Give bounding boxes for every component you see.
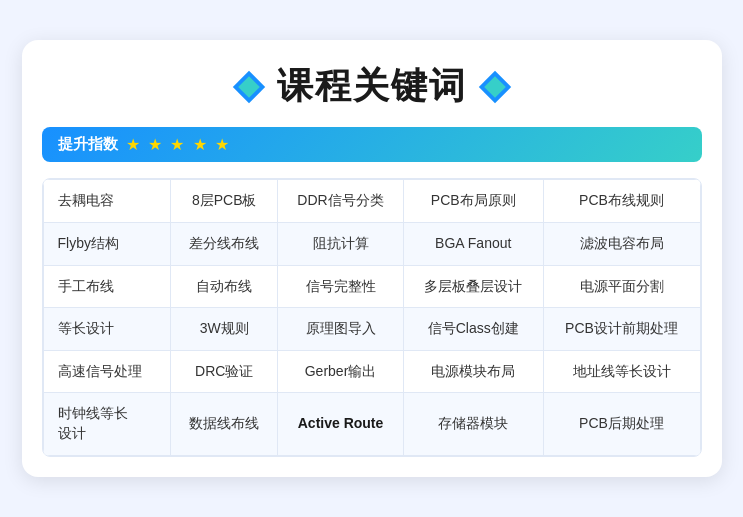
table-cell: BGA Fanout — [403, 223, 543, 266]
table: 去耦电容8层PCB板DDR信号分类PCB布局原则PCB布线规则Flyby结构差分… — [43, 179, 701, 455]
table-cell: 滤波电容布局 — [543, 223, 700, 266]
table-cell: 差分线布线 — [171, 223, 278, 266]
table-cell: 时钟线等长 设计 — [43, 393, 171, 455]
table-cell: 高速信号处理 — [43, 350, 171, 393]
table-cell: PCB后期处理 — [543, 393, 700, 455]
rating-label: 提升指数 — [58, 135, 118, 154]
table-cell: 自动布线 — [171, 265, 278, 308]
table-row: Flyby结构差分线布线阻抗计算BGA Fanout滤波电容布局 — [43, 223, 700, 266]
table-row: 去耦电容8层PCB板DDR信号分类PCB布局原则PCB布线规则 — [43, 180, 700, 223]
table-cell: Gerber输出 — [278, 350, 404, 393]
table-cell: 电源平面分割 — [543, 265, 700, 308]
table-cell: 信号Class创建 — [403, 308, 543, 351]
header: 课程关键词 — [22, 40, 722, 127]
table-row: 等长设计3W规则原理图导入信号Class创建PCB设计前期处理 — [43, 308, 700, 351]
table-row: 时钟线等长 设计数据线布线Active Route存储器模块PCB后期处理 — [43, 393, 700, 455]
table-cell: 多层板叠层设计 — [403, 265, 543, 308]
right-diamond-icon — [477, 69, 513, 105]
table-row: 高速信号处理DRC验证Gerber输出电源模块布局地址线等长设计 — [43, 350, 700, 393]
table-cell: PCB设计前期处理 — [543, 308, 700, 351]
table-cell: 等长设计 — [43, 308, 171, 351]
table-cell: 数据线布线 — [171, 393, 278, 455]
table-cell: 地址线等长设计 — [543, 350, 700, 393]
left-diamond-icon — [231, 69, 267, 105]
keywords-table: 去耦电容8层PCB板DDR信号分类PCB布局原则PCB布线规则Flyby结构差分… — [42, 178, 702, 456]
rating-stars: ★ ★ ★ ★ ★ — [126, 135, 232, 154]
main-card: 课程关键词 提升指数 ★ ★ ★ ★ ★ 去耦电容8层PCB板DDR信号分类PC… — [22, 40, 722, 476]
table-cell: PCB布局原则 — [403, 180, 543, 223]
table-cell: 去耦电容 — [43, 180, 171, 223]
table-cell: DDR信号分类 — [278, 180, 404, 223]
table-cell: 原理图导入 — [278, 308, 404, 351]
table-cell: 阻抗计算 — [278, 223, 404, 266]
table-cell: 电源模块布局 — [403, 350, 543, 393]
table-cell: 存储器模块 — [403, 393, 543, 455]
table-cell: PCB布线规则 — [543, 180, 700, 223]
table-cell: 信号完整性 — [278, 265, 404, 308]
table-cell: Active Route — [278, 393, 404, 455]
table-cell: 3W规则 — [171, 308, 278, 351]
table-cell: Flyby结构 — [43, 223, 171, 266]
table-row: 手工布线自动布线信号完整性多层板叠层设计电源平面分割 — [43, 265, 700, 308]
table-cell: 8层PCB板 — [171, 180, 278, 223]
rating-bar: 提升指数 ★ ★ ★ ★ ★ — [42, 127, 702, 162]
page-title: 课程关键词 — [277, 62, 467, 111]
table-cell: 手工布线 — [43, 265, 171, 308]
table-cell: DRC验证 — [171, 350, 278, 393]
